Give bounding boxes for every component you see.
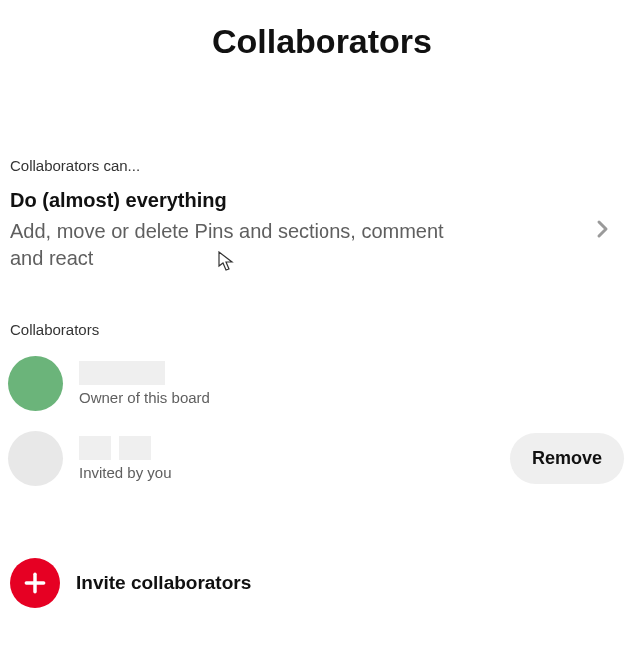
avatar — [8, 356, 63, 411]
remove-button[interactable]: Remove — [510, 433, 624, 484]
permissions-option-title: Do (almost) everything — [10, 189, 469, 212]
collaborator-name-redacted — [79, 436, 111, 460]
collaborator-name-redacted — [79, 361, 165, 385]
avatar — [8, 431, 63, 486]
permissions-option-row[interactable]: Do (almost) everything Add, move or dele… — [10, 189, 634, 272]
invite-label: Invite collaborators — [76, 572, 251, 594]
collaborator-row: Invited by you Remove — [10, 431, 634, 486]
page-title: Collaborators — [0, 0, 644, 61]
collaborators-section-label: Collaborators — [10, 322, 634, 338]
collaborator-status: Owner of this board — [79, 389, 210, 406]
collaborator-name-redacted — [119, 436, 151, 460]
chevron-right-icon — [590, 217, 614, 245]
plus-icon — [10, 558, 60, 608]
collaborator-status: Invited by you — [79, 464, 172, 481]
permissions-option-desc: Add, move or delete Pins and sections, c… — [10, 218, 469, 272]
invite-collaborators-button[interactable]: Invite collaborators — [10, 558, 634, 608]
permissions-section-label: Collaborators can... — [10, 157, 634, 174]
collaborator-row: Owner of this board — [10, 356, 634, 411]
